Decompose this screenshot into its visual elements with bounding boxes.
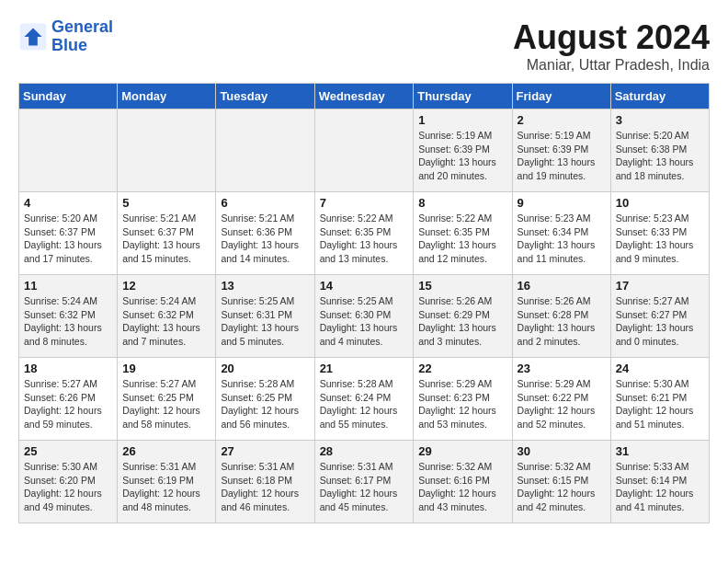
calendar-cell: 30Sunrise: 5:32 AM Sunset: 6:15 PM Dayli… (512, 441, 610, 523)
calendar-cell: 10Sunrise: 5:23 AM Sunset: 6:33 PM Dayli… (610, 192, 709, 275)
main-title: August 2024 (513, 18, 710, 57)
day-number: 13 (221, 279, 309, 293)
calendar-week-5: 25Sunrise: 5:30 AM Sunset: 6:20 PM Dayli… (19, 441, 710, 523)
day-number: 8 (418, 196, 506, 210)
day-number: 29 (418, 444, 506, 458)
day-info: Sunrise: 5:27 AM Sunset: 6:26 PM Dayligh… (24, 377, 112, 431)
title-block: August 2024 Maniar, Uttar Pradesh, India (513, 18, 710, 74)
day-number: 14 (320, 279, 409, 293)
day-number: 3 (616, 113, 704, 127)
day-info: Sunrise: 5:20 AM Sunset: 6:37 PM Dayligh… (24, 212, 112, 266)
calendar-cell: 27Sunrise: 5:31 AM Sunset: 6:18 PM Dayli… (216, 441, 314, 523)
calendar-table: SundayMondayTuesdayWednesdayThursdayFrid… (18, 83, 710, 523)
calendar-cell: 31Sunrise: 5:33 AM Sunset: 6:14 PM Dayli… (610, 441, 709, 523)
day-number: 2 (518, 113, 606, 127)
calendar-cell: 15Sunrise: 5:26 AM Sunset: 6:29 PM Dayli… (414, 275, 512, 358)
day-number: 17 (616, 279, 704, 293)
calendar-week-1: 1Sunrise: 5:19 AM Sunset: 6:39 PM Daylig… (19, 109, 710, 192)
day-info: Sunrise: 5:22 AM Sunset: 6:35 PM Dayligh… (320, 212, 409, 266)
day-info: Sunrise: 5:26 AM Sunset: 6:29 PM Dayligh… (418, 294, 506, 349)
day-info: Sunrise: 5:32 AM Sunset: 6:15 PM Dayligh… (518, 460, 606, 514)
day-number: 27 (221, 444, 309, 458)
day-number: 16 (518, 279, 606, 293)
day-info: Sunrise: 5:27 AM Sunset: 6:27 PM Dayligh… (616, 294, 704, 349)
day-number: 26 (122, 444, 210, 458)
weekday-header-wednesday: Wednesday (314, 84, 414, 109)
day-number: 21 (320, 362, 409, 375)
day-info: Sunrise: 5:28 AM Sunset: 6:25 PM Dayligh… (221, 377, 309, 431)
calendar-cell (19, 109, 118, 192)
day-info: Sunrise: 5:21 AM Sunset: 6:37 PM Dayligh… (122, 212, 210, 266)
day-info: Sunrise: 5:25 AM Sunset: 6:30 PM Dayligh… (320, 294, 409, 349)
day-info: Sunrise: 5:21 AM Sunset: 6:36 PM Dayligh… (221, 212, 309, 266)
weekday-header-saturday: Saturday (610, 84, 709, 109)
calendar-cell: 9Sunrise: 5:23 AM Sunset: 6:34 PM Daylig… (512, 192, 610, 275)
calendar-cell (314, 109, 414, 192)
weekday-header-thursday: Thursday (414, 84, 512, 109)
calendar-cell: 22Sunrise: 5:29 AM Sunset: 6:23 PM Dayli… (414, 358, 512, 441)
calendar-week-3: 11Sunrise: 5:24 AM Sunset: 6:32 PM Dayli… (19, 275, 710, 358)
calendar-cell: 2Sunrise: 5:19 AM Sunset: 6:39 PM Daylig… (512, 109, 610, 192)
calendar-cell: 20Sunrise: 5:28 AM Sunset: 6:25 PM Dayli… (216, 358, 314, 441)
day-number: 10 (616, 196, 704, 210)
weekday-header-row: SundayMondayTuesdayWednesdayThursdayFrid… (19, 84, 710, 109)
calendar-cell: 12Sunrise: 5:24 AM Sunset: 6:32 PM Dayli… (118, 275, 216, 358)
calendar-cell: 5Sunrise: 5:21 AM Sunset: 6:37 PM Daylig… (118, 192, 216, 275)
logo-text: General Blue (51, 18, 113, 55)
day-number: 12 (122, 279, 210, 293)
day-number: 22 (418, 362, 506, 375)
day-number: 7 (320, 196, 409, 210)
calendar-cell: 19Sunrise: 5:27 AM Sunset: 6:25 PM Dayli… (118, 358, 216, 441)
subtitle: Maniar, Uttar Pradesh, India (513, 57, 710, 74)
day-info: Sunrise: 5:30 AM Sunset: 6:21 PM Dayligh… (616, 377, 704, 431)
day-number: 24 (616, 362, 704, 375)
day-number: 20 (221, 362, 309, 375)
day-info: Sunrise: 5:25 AM Sunset: 6:31 PM Dayligh… (221, 294, 309, 349)
calendar-cell: 17Sunrise: 5:27 AM Sunset: 6:27 PM Dayli… (610, 275, 709, 358)
calendar-cell: 24Sunrise: 5:30 AM Sunset: 6:21 PM Dayli… (610, 358, 709, 441)
header: General Blue August 2024 Maniar, Uttar P… (18, 18, 710, 74)
day-number: 18 (24, 362, 112, 375)
calendar-cell: 8Sunrise: 5:22 AM Sunset: 6:35 PM Daylig… (414, 192, 512, 275)
calendar-cell: 25Sunrise: 5:30 AM Sunset: 6:20 PM Dayli… (19, 441, 118, 523)
calendar-cell: 7Sunrise: 5:22 AM Sunset: 6:35 PM Daylig… (314, 192, 414, 275)
calendar-week-4: 18Sunrise: 5:27 AM Sunset: 6:26 PM Dayli… (19, 358, 710, 441)
day-info: Sunrise: 5:29 AM Sunset: 6:23 PM Dayligh… (418, 377, 506, 431)
day-number: 23 (518, 362, 606, 375)
calendar-cell: 28Sunrise: 5:31 AM Sunset: 6:17 PM Dayli… (314, 441, 414, 523)
calendar-cell: 13Sunrise: 5:25 AM Sunset: 6:31 PM Dayli… (216, 275, 314, 358)
logo-line2: Blue (51, 36, 87, 54)
day-info: Sunrise: 5:29 AM Sunset: 6:22 PM Dayligh… (518, 377, 606, 431)
day-info: Sunrise: 5:28 AM Sunset: 6:24 PM Dayligh… (320, 377, 409, 431)
day-number: 5 (122, 196, 210, 210)
calendar-cell: 3Sunrise: 5:20 AM Sunset: 6:38 PM Daylig… (610, 109, 709, 192)
day-info: Sunrise: 5:31 AM Sunset: 6:17 PM Dayligh… (320, 460, 409, 514)
calendar-cell: 6Sunrise: 5:21 AM Sunset: 6:36 PM Daylig… (216, 192, 314, 275)
weekday-header-tuesday: Tuesday (216, 84, 314, 109)
day-number: 4 (24, 196, 112, 210)
calendar-cell: 18Sunrise: 5:27 AM Sunset: 6:26 PM Dayli… (19, 358, 118, 441)
day-info: Sunrise: 5:23 AM Sunset: 6:34 PM Dayligh… (518, 212, 606, 266)
calendar-cell: 1Sunrise: 5:19 AM Sunset: 6:39 PM Daylig… (414, 109, 512, 192)
calendar-cell: 23Sunrise: 5:29 AM Sunset: 6:22 PM Dayli… (512, 358, 610, 441)
calendar-cell: 21Sunrise: 5:28 AM Sunset: 6:24 PM Dayli… (314, 358, 414, 441)
calendar-cell (118, 109, 216, 192)
calendar-cell: 16Sunrise: 5:26 AM Sunset: 6:28 PM Dayli… (512, 275, 610, 358)
day-number: 15 (418, 279, 506, 293)
calendar-cell: 14Sunrise: 5:25 AM Sunset: 6:30 PM Dayli… (314, 275, 414, 358)
day-info: Sunrise: 5:22 AM Sunset: 6:35 PM Dayligh… (418, 212, 506, 266)
day-info: Sunrise: 5:24 AM Sunset: 6:32 PM Dayligh… (24, 294, 112, 349)
day-number: 28 (320, 444, 409, 458)
day-number: 11 (24, 279, 112, 293)
day-info: Sunrise: 5:32 AM Sunset: 6:16 PM Dayligh… (418, 460, 506, 514)
day-info: Sunrise: 5:31 AM Sunset: 6:18 PM Dayligh… (221, 460, 309, 514)
day-info: Sunrise: 5:30 AM Sunset: 6:20 PM Dayligh… (24, 460, 112, 514)
weekday-header-sunday: Sunday (19, 84, 118, 109)
logo-line1: General (51, 17, 113, 36)
day-info: Sunrise: 5:33 AM Sunset: 6:14 PM Dayligh… (616, 460, 704, 514)
day-number: 25 (24, 444, 112, 458)
day-info: Sunrise: 5:31 AM Sunset: 6:19 PM Dayligh… (122, 460, 210, 514)
calendar-cell: 11Sunrise: 5:24 AM Sunset: 6:32 PM Dayli… (19, 275, 118, 358)
day-number: 9 (518, 196, 606, 210)
day-info: Sunrise: 5:24 AM Sunset: 6:32 PM Dayligh… (122, 294, 210, 349)
